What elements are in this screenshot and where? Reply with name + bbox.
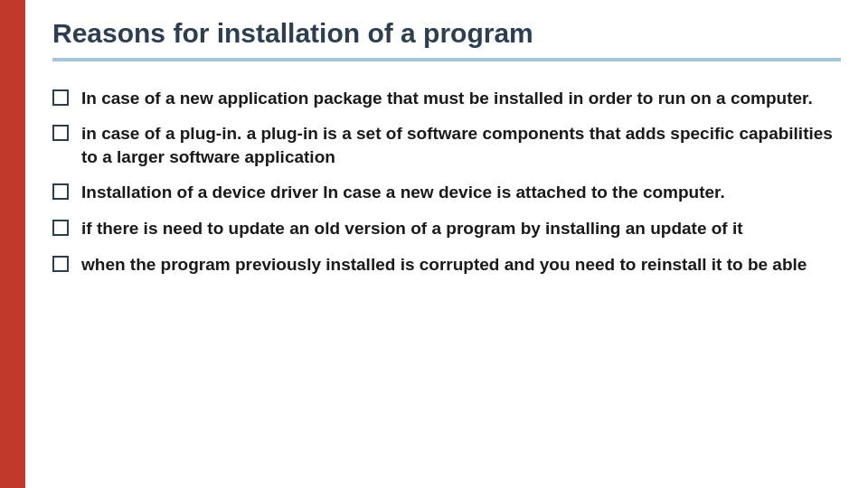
left-accent-bar: [0, 0, 25, 488]
bullet-text: when the program previously installed is…: [81, 253, 807, 277]
slide-title: Reasons for installation of a program: [52, 16, 841, 51]
bullet-text: in case of a plug-in. a plug-in is a set…: [81, 122, 841, 168]
list-item: Installation of a device driver In case …: [52, 181, 841, 204]
list-item: In case of a new application package tha…: [52, 87, 841, 110]
title-section: Reasons for installation of a program: [25, 0, 868, 70]
list-item: in case of a plug-in. a plug-in is a set…: [52, 122, 841, 168]
content-area: Reasons for installation of a program In…: [25, 0, 868, 488]
bullet-checkbox: [52, 220, 69, 236]
list-item: if there is need to update an old versio…: [52, 217, 841, 240]
list-item: when the program previously installed is…: [52, 253, 841, 277]
bullet-checkbox: [52, 89, 69, 106]
slide: Reasons for installation of a program In…: [0, 0, 868, 488]
bullet-checkbox: [52, 256, 69, 272]
bullet-text: if there is need to update an old versio…: [81, 217, 743, 240]
bullet-text: In case of a new application package tha…: [81, 87, 813, 110]
bullet-checkbox: [52, 125, 69, 141]
title-underline: [52, 58, 841, 61]
bullet-text: Installation of a device driver In case …: [81, 181, 725, 204]
bullet-list: In case of a new application package tha…: [25, 70, 868, 489]
bullet-checkbox: [52, 183, 69, 200]
